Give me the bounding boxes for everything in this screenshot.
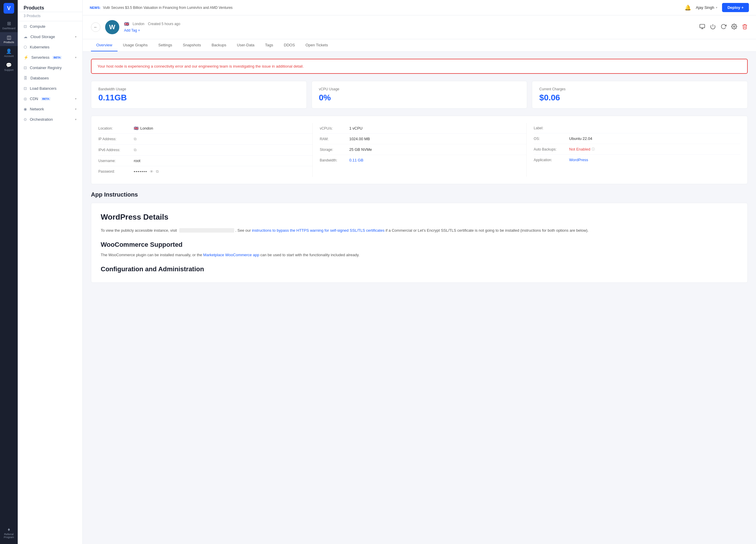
copy-ipv6-icon[interactable]: ⧉ [134,148,136,152]
location-value: 🇬🇧 London [134,126,153,131]
tab-tags[interactable]: Tags [260,39,278,51]
show-password-icon[interactable]: 👁 [150,170,154,174]
auto-backups-value: Not Enabled ⓘ [569,147,595,152]
detail-ip: IP Address: ⧉ [98,134,312,145]
add-tag-button[interactable]: Add Tag + [124,28,140,32]
vcpu-label: vCPU/s: [320,126,349,131]
delete-icon[interactable] [742,24,748,31]
sidebar-item-cloud-storage[interactable]: ☁ Cloud Storage ▾ [18,32,82,42]
deploy-button[interactable]: Deploy + [722,3,749,12]
instance-header: ← W 🇬🇧 London Created 5 hours ago Add Ta… [83,15,756,39]
topbar: NEWS: Vultr Secures $3.5 Billion Valuati… [83,0,756,15]
settings-icon[interactable] [731,24,737,31]
nav-item-dashboard[interactable]: ⊞ Dashboard [0,18,18,32]
chevron-down-icon-cdn: ▾ [75,97,76,100]
ssl-instructions-link[interactable]: instructions to bypass the HTTPS warning… [252,228,384,233]
power-icon[interactable] [710,24,716,31]
metric-vcpu: vCPU Usage 0% [312,81,527,109]
user-menu[interactable]: Ajay Singh ▾ [696,5,717,10]
storage-label: Storage: [320,148,349,152]
sidebar-item-cdn[interactable]: ◎ CDN BETA ▾ [18,94,82,104]
support-icon: 💬 [6,62,12,68]
password-dots: ••••••• [134,170,147,174]
sidebar-item-databases[interactable]: 🗄 Databases [18,73,82,83]
instance-info: 🇬🇧 London Created 5 hours ago Add Tag + [124,22,695,33]
sidebar-title: Products [18,0,82,12]
username-label: Username: [98,159,134,163]
metric-charges: Current Charges $0.06 [532,81,748,109]
detail-auto-backups: Auto Backups: Not Enabled ⓘ [534,144,740,155]
topbar-right: 🔔 Ajay Singh ▾ Deploy + [685,3,749,12]
tab-user-data[interactable]: User-Data [232,39,260,51]
nav-item-referral[interactable]: ♦ Referral Program [0,525,18,541]
sidebar-count: 3 Products [18,12,82,21]
detail-label-field: Label: [534,123,740,133]
tab-settings[interactable]: Settings [153,39,177,51]
bandwidth-detail-value[interactable]: 0.11 GB [349,158,364,162]
compute-icon: ⊡ [24,24,27,29]
woocommerce-text: The WooCommerce plugin can be installed … [101,252,738,258]
left-nav: V ⊞ Dashboard ◫ Products 👤 Account 💬 Sup… [0,0,18,544]
orchestration-icon: ⊙ [24,117,27,122]
detail-vcpu: vCPU/s: 1 vCPU [320,123,527,134]
config-title: Configuration and Administration [101,266,738,273]
metric-bandwidth: Bandwidth Usage 0.11GB [91,81,307,109]
details-grid: Location: 🇬🇧 London IP Address: ⧉ [98,123,740,177]
nav-item-support[interactable]: 💬 Support [0,60,18,74]
app-instructions: App Instructions WordPress Details To vi… [91,191,748,283]
username-value: root [134,159,140,163]
detail-bandwidth: Bandwidth: 0.11 GB [320,155,527,165]
sidebar-item-orchestration[interactable]: ⊙ Orchestration ▾ [18,114,82,125]
chevron-down-icon-network: ▾ [75,108,76,111]
tab-ddos[interactable]: DDOS [278,39,300,51]
notification-icon[interactable]: 🔔 [685,4,691,11]
account-icon: 👤 [6,48,12,54]
storage-value: 25 GB NVMe [349,147,372,152]
tab-open-tickets[interactable]: Open Tickets [300,39,333,51]
tab-usage-graphs[interactable]: Usage Graphs [118,39,153,51]
application-value[interactable]: WordPress [569,158,588,162]
detail-username: Username: root [98,156,312,166]
instance-logo: W [105,20,119,34]
main-content: NEWS: Vultr Secures $3.5 Billion Valuati… [83,0,756,544]
serverless-beta-badge: BETA [52,56,62,59]
tab-snapshots[interactable]: Snapshots [177,39,206,51]
sidebar: Products 3 Products ⊡ Compute ☁ Cloud St… [18,0,83,544]
tab-overview[interactable]: Overview [91,39,118,51]
nav-item-account[interactable]: 👤 Account [0,46,18,60]
details-section: Location: 🇬🇧 London IP Address: ⧉ [91,116,748,184]
copy-ip-icon[interactable]: ⧉ [134,137,136,141]
copy-password-icon[interactable]: ⧉ [156,169,159,174]
created-time: Created 5 hours ago [148,22,180,26]
application-label: Application: [534,158,569,162]
sidebar-item-load-balancers[interactable]: ⊡ Load Balancers [18,83,82,94]
sidebar-item-network[interactable]: ◉ Network ▾ [18,104,82,114]
page-body: Your host node is experiencing a connect… [83,52,756,290]
network-icon: ◉ [24,107,27,111]
kubernetes-icon: ⬡ [24,45,27,49]
ipv6-value: ⧉ [134,148,136,152]
back-arrow-icon: ← [94,25,98,30]
news-label: NEWS: [90,6,101,9]
wp-text-1: To view the publicly accessible instance… [101,228,738,234]
nav-item-products[interactable]: ◫ Products [0,32,18,46]
console-icon[interactable] [699,24,705,31]
svg-point-4 [734,26,735,27]
metric-bandwidth-label: Bandwidth Usage [98,87,299,91]
app-logo[interactable]: V [4,3,14,14]
sidebar-item-kubernetes[interactable]: ⬡ Kubernetes [18,42,82,52]
details-left: Location: 🇬🇧 London IP Address: ⧉ [98,123,312,177]
password-value: ••••••• 👁 ⧉ [134,169,159,174]
sidebar-item-container-registry[interactable]: ⊡ Container Registry [18,63,82,73]
chevron-down-icon-user: ▾ [716,6,717,9]
reload-icon[interactable] [721,24,726,31]
sidebar-item-compute[interactable]: ⊡ Compute [18,21,82,32]
info-icon[interactable]: ⓘ [592,147,595,152]
cdn-beta-badge: BETA [41,97,50,101]
back-button[interactable]: ← [91,22,100,32]
bandwidth-label: Bandwidth: [320,158,349,162]
tab-backups[interactable]: Backups [206,39,232,51]
marketplace-woocommerce-link[interactable]: Marketplace WooCommerce app [203,253,259,257]
sidebar-item-serverless[interactable]: ⚡ Serverless BETA ▾ [18,52,82,63]
metric-vcpu-value: 0% [319,93,520,102]
